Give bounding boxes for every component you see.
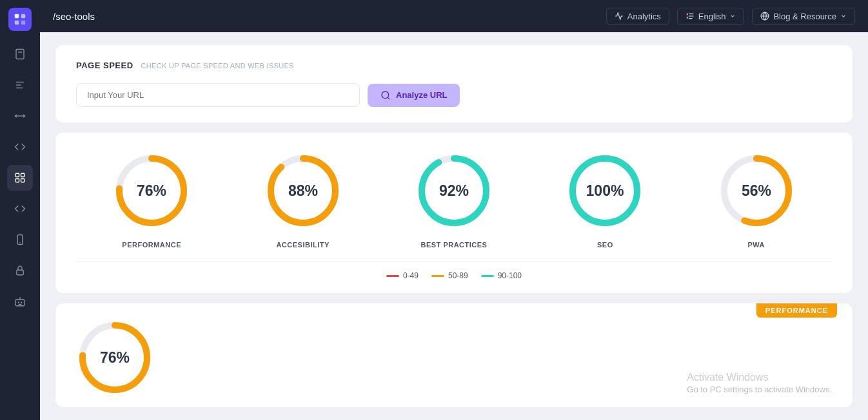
gauge-accessibility: 88% ACCESIBILITY	[264, 152, 342, 249]
blog-chevron-icon	[840, 13, 847, 19]
svg-text:88%: 88%	[288, 182, 318, 199]
language-icon	[686, 12, 695, 21]
gauge-circle-performance: 76%	[113, 152, 190, 232]
svg-line-36	[388, 97, 390, 99]
analytics-button[interactable]: Analytics	[606, 8, 669, 25]
sidebar-item-bot[interactable]	[7, 289, 33, 314]
page-speed-subtitle: CHECK UP PAGE SPEED AND WEB ISSUES	[141, 62, 294, 70]
gauge-circle-best-practices: 92%	[415, 152, 493, 232]
page-speed-header: PAGE SPEED CHECK UP PAGE SPEED AND WEB I…	[76, 61, 832, 70]
svg-text:76%: 76%	[100, 349, 130, 366]
svg-text:100%: 100%	[586, 182, 624, 199]
svg-text:76%: 76%	[137, 182, 166, 199]
svg-rect-2	[15, 21, 19, 24]
svg-text:92%: 92%	[439, 182, 469, 199]
text-icon	[14, 79, 26, 91]
svg-rect-0	[15, 14, 19, 18]
resize-icon	[14, 110, 26, 122]
legend-item: 90-100	[481, 271, 522, 280]
svg-point-21	[19, 242, 21, 243]
legend-item: 0-49	[386, 271, 419, 280]
svg-point-24	[19, 297, 21, 298]
activate-windows-notice: Activate Windows Go to PC settings to ac…	[687, 372, 832, 394]
gauge-label-seo: SEO	[597, 241, 613, 249]
logo-icon	[13, 12, 27, 26]
gauge-label-pwa: PWA	[747, 241, 765, 249]
bot-icon	[14, 296, 26, 307]
sidebar	[0, 0, 40, 420]
gauge-circle-pwa: 56%	[718, 152, 795, 232]
svg-rect-16	[15, 173, 19, 177]
gauge-label-accessibility: ACCESIBILITY	[276, 241, 329, 249]
url-input[interactable]	[76, 83, 360, 107]
content-area: PAGE SPEED CHECK UP PAGE SPEED AND WEB I…	[40, 32, 868, 420]
sidebar-item-seo[interactable]	[7, 165, 33, 191]
legend-color	[481, 275, 494, 277]
legend-label: 90-100	[498, 271, 522, 280]
main-area: /seo-tools Analytics English Blog &	[40, 0, 868, 420]
performance-badge: PERFORMANCE	[756, 303, 837, 318]
code-icon	[14, 141, 26, 153]
sidebar-item-text[interactable]	[7, 72, 33, 98]
url-input-row: Analyze URL	[76, 83, 832, 107]
gauge-performance: 76% PERFORMANCE	[113, 152, 190, 249]
svg-rect-1	[21, 14, 25, 18]
page-speed-title: PAGE SPEED	[76, 61, 133, 70]
svg-rect-30	[687, 17, 688, 19]
language-chevron-icon	[729, 13, 736, 19]
analytics-icon	[615, 12, 624, 21]
activate-windows-title: Activate Windows	[687, 372, 832, 383]
sidebar-item-code2[interactable]	[7, 196, 33, 222]
gauge-best-practices: 92% BEST PRACTICES	[415, 152, 493, 249]
svg-rect-3	[21, 21, 25, 24]
svg-text:56%: 56%	[742, 182, 771, 199]
analyze-icon	[380, 90, 391, 100]
svg-rect-22	[17, 270, 24, 275]
activate-windows-subtitle: Go to PC settings to activate Windows.	[687, 385, 832, 394]
analyze-btn-label: Analyze URL	[396, 90, 447, 100]
sidebar-item-lock[interactable]	[7, 258, 33, 283]
svg-rect-17	[21, 173, 25, 177]
legend-color	[386, 275, 399, 277]
gauge-circle-accessibility: 88%	[264, 152, 342, 232]
svg-rect-4	[16, 50, 24, 59]
svg-point-26	[21, 301, 22, 303]
lock-icon	[14, 265, 26, 276]
gauge-seo: 100% SEO	[566, 152, 644, 249]
legend-color	[431, 275, 444, 277]
page-title: /seo-tools	[53, 11, 598, 22]
sidebar-item-resize[interactable]	[7, 103, 33, 129]
svg-rect-18	[15, 179, 19, 182]
legend-label: 0-49	[403, 271, 419, 280]
topnav: /seo-tools Analytics English Blog &	[40, 0, 868, 32]
blog-icon	[760, 12, 769, 21]
gauges-row: 76% PERFORMANCE 88% ACCESIBILITY 92% BES…	[76, 152, 832, 249]
performance-gauge: 76%	[76, 319, 153, 399]
svg-rect-19	[21, 179, 25, 182]
svg-point-25	[18, 301, 19, 303]
svg-rect-29	[687, 15, 688, 17]
sidebar-item-calculator[interactable]	[7, 41, 33, 67]
language-label: English	[698, 12, 726, 21]
svg-rect-28	[687, 14, 688, 15]
legend: 0-49 50-89 90-100	[76, 262, 832, 283]
gauge-label-performance: PERFORMANCE	[122, 241, 181, 249]
sidebar-logo[interactable]	[8, 8, 32, 31]
performance-card: PERFORMANCE 76% Activate Windows Go to P…	[55, 303, 853, 407]
blog-resource-button[interactable]: Blog & Resource	[752, 8, 855, 25]
seo-icon	[14, 172, 26, 184]
page-speed-card: PAGE SPEED CHECK UP PAGE SPEED AND WEB I…	[55, 45, 853, 122]
analyze-url-button[interactable]: Analyze URL	[368, 84, 460, 107]
mobile-icon	[14, 234, 26, 245]
calculator-icon	[14, 48, 26, 60]
gauge-pwa: 56% PWA	[718, 152, 795, 249]
svg-point-35	[382, 91, 389, 99]
analytics-label: Analytics	[627, 12, 661, 21]
sidebar-item-mobile[interactable]	[7, 227, 33, 253]
svg-rect-23	[15, 300, 25, 306]
gauge-circle-seo: 100%	[566, 152, 644, 232]
legend-label: 50-89	[448, 271, 468, 280]
sidebar-item-code[interactable]	[7, 134, 33, 160]
language-button[interactable]: English	[677, 8, 745, 25]
code2-icon	[14, 203, 26, 215]
